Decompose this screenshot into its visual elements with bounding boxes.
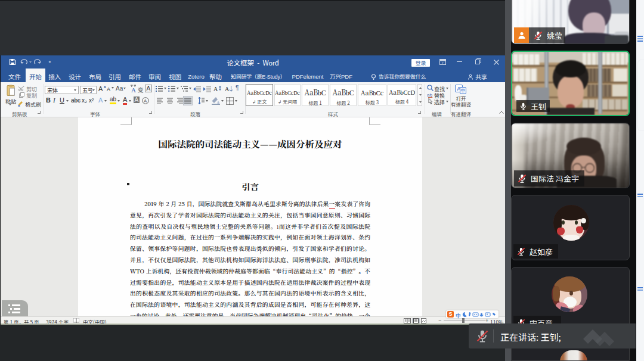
- svg-text:A: A: [213, 86, 218, 92]
- svg-text:中: 中: [461, 88, 466, 94]
- svg-text:A: A: [131, 86, 136, 93]
- svg-text:A: A: [144, 98, 147, 104]
- svg-text:A: A: [225, 86, 230, 92]
